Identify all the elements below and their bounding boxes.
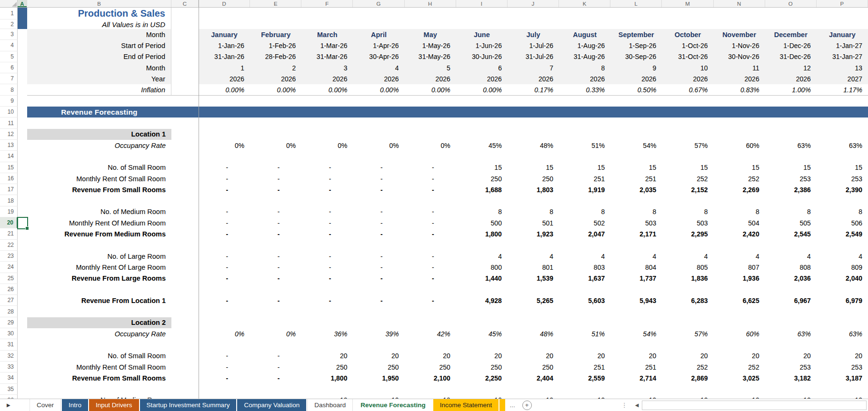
cell[interactable]: - <box>353 184 404 195</box>
cell[interactable] <box>817 107 868 117</box>
cell[interactable]: May <box>405 29 456 40</box>
cell[interactable] <box>817 20 868 29</box>
cell[interactable]: December <box>765 29 817 40</box>
cell[interactable]: 2,390 <box>817 184 868 195</box>
row-header-12[interactable]: 12 <box>0 129 18 140</box>
cell[interactable] <box>301 20 353 29</box>
cell[interactable]: - <box>199 362 250 372</box>
cell[interactable] <box>508 117 559 128</box>
cell[interactable] <box>765 20 817 29</box>
cell[interactable]: 1,836 <box>662 273 713 284</box>
cell[interactable]: 31-Jul-26 <box>508 51 559 62</box>
column-c-cell[interactable] <box>171 262 199 273</box>
cell[interactable] <box>301 306 353 317</box>
column-header-e[interactable]: E <box>250 0 301 7</box>
row-label[interactable] <box>27 306 171 317</box>
cell[interactable]: 808 <box>765 262 817 273</box>
cell[interactable]: 250 <box>405 362 456 372</box>
cell[interactable]: 2027 <box>817 73 868 84</box>
cell[interactable]: 253 <box>817 173 868 184</box>
cell[interactable]: 15 <box>714 162 765 173</box>
column-c-cell[interactable] <box>171 40 199 51</box>
column-header-n[interactable]: N <box>714 0 765 7</box>
column-c-cell[interactable] <box>171 51 199 62</box>
cell[interactable]: 2,420 <box>714 228 765 239</box>
cell[interactable] <box>508 317 559 328</box>
cell[interactable] <box>662 117 713 128</box>
cell[interactable]: 2026 <box>714 73 765 84</box>
cell[interactable]: 4 <box>456 251 508 262</box>
row-label[interactable]: No. of Small Room <box>27 351 171 362</box>
column-c-cell[interactable] <box>171 140 199 151</box>
cell[interactable]: 30-Jun-26 <box>456 51 508 62</box>
cell[interactable] <box>301 151 353 162</box>
column-c-cell[interactable] <box>171 295 199 306</box>
row-header-15[interactable]: 15 <box>0 162 18 173</box>
cell[interactable] <box>199 317 250 328</box>
cell[interactable]: 4 <box>610 251 662 262</box>
cell[interactable]: - <box>199 184 250 195</box>
column-a-cell[interactable] <box>18 339 27 350</box>
cell[interactable] <box>559 240 610 251</box>
cell[interactable]: - <box>199 173 250 184</box>
cell[interactable]: 5,603 <box>559 295 610 306</box>
row-header-36[interactable]: 36 <box>0 395 18 399</box>
column-a-cell[interactable] <box>18 372 27 383</box>
cell[interactable] <box>662 8 713 20</box>
row-header-4[interactable]: 4 <box>0 40 18 51</box>
column-c-cell[interactable] <box>171 151 199 162</box>
cell[interactable]: 2,269 <box>714 184 765 195</box>
column-header-d[interactable]: D <box>199 0 250 7</box>
cell[interactable]: 63% <box>765 328 817 339</box>
cell[interactable] <box>559 107 610 117</box>
column-a-cell[interactable] <box>18 129 27 140</box>
cell[interactable]: 503 <box>662 217 713 228</box>
cell[interactable] <box>714 8 765 20</box>
column-c-cell[interactable] <box>171 273 199 284</box>
column-c-cell[interactable] <box>171 228 199 239</box>
cell[interactable]: 30-Sep-26 <box>610 51 662 62</box>
cell[interactable]: 1,803 <box>508 184 559 195</box>
cell[interactable] <box>508 339 559 350</box>
cell[interactable] <box>405 195 456 206</box>
cell[interactable]: - <box>199 251 250 262</box>
cell[interactable]: - <box>250 228 301 239</box>
row-label[interactable] <box>27 151 171 162</box>
cell[interactable] <box>559 306 610 317</box>
cell[interactable]: 2 <box>250 62 301 73</box>
row-header-6[interactable]: 6 <box>0 62 18 73</box>
cell[interactable]: 807 <box>714 262 765 273</box>
row-label[interactable]: No. of Medium Room <box>27 206 171 217</box>
tab-company-valuation[interactable]: Company Valuation <box>237 399 306 411</box>
cell[interactable]: 0.00% <box>456 84 508 95</box>
cell[interactable]: 804 <box>610 262 662 273</box>
cell[interactable]: 250 <box>353 362 404 372</box>
cell[interactable]: 0.50% <box>610 84 662 95</box>
column-c-cell[interactable] <box>171 362 199 372</box>
cell[interactable] <box>765 339 817 350</box>
cell[interactable]: 1.17% <box>817 84 868 95</box>
cell[interactable]: 9 <box>610 62 662 73</box>
hscroll-left-icon[interactable]: ◀ <box>632 399 642 411</box>
cell[interactable]: 6,967 <box>765 295 817 306</box>
row-header-9[interactable]: 9 <box>0 96 18 107</box>
cell[interactable]: 252 <box>714 362 765 372</box>
cell[interactable] <box>559 20 610 29</box>
cell[interactable]: 1-Nov-26 <box>714 40 765 51</box>
cell[interactable] <box>405 339 456 350</box>
cell[interactable] <box>250 8 301 20</box>
cell[interactable] <box>456 129 508 140</box>
column-a-cell[interactable] <box>18 84 27 95</box>
cell[interactable]: 20 <box>817 351 868 362</box>
cell[interactable]: 4 <box>559 251 610 262</box>
cell[interactable] <box>559 384 610 395</box>
cell[interactable] <box>405 20 456 29</box>
row-label[interactable]: Production & Sales <box>27 8 171 20</box>
cell[interactable] <box>559 284 610 295</box>
cell[interactable]: - <box>353 228 404 239</box>
cell[interactable]: 501 <box>508 217 559 228</box>
row-label[interactable]: Occupancy Rate <box>27 140 171 151</box>
cell[interactable] <box>456 117 508 128</box>
cell[interactable]: 60% <box>714 328 765 339</box>
cell[interactable]: 5,943 <box>610 295 662 306</box>
